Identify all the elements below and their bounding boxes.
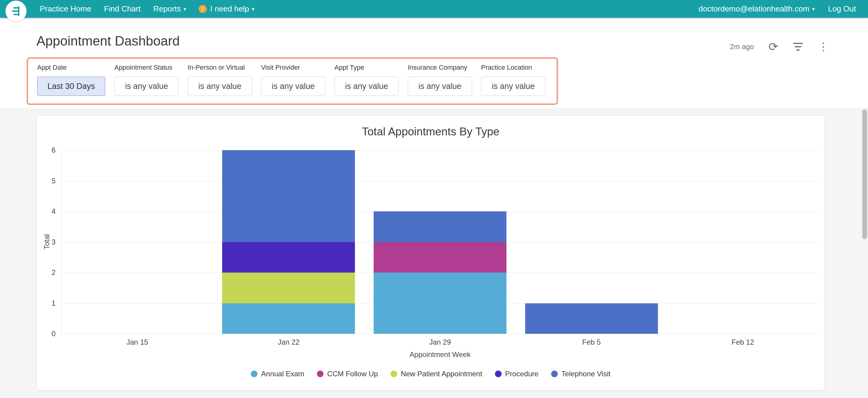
filter-label: Practice Location (481, 64, 532, 71)
chevron-down-icon: ▾ (252, 6, 254, 12)
y-tick-label: 5 (40, 177, 56, 185)
filter-label: Visit Provider (261, 64, 300, 71)
logout-link[interactable]: Log Out (828, 4, 856, 13)
filter-bar-highlight: Appt Date Last 30 Days Appointment Statu… (27, 57, 558, 105)
bar-segment-telephone-visit[interactable] (525, 303, 658, 334)
gridline (62, 334, 818, 334)
bar-segment-telephone-visit[interactable] (374, 211, 506, 242)
chevron-down-icon: ▾ (184, 6, 186, 12)
refresh-icon[interactable]: ⟳ (768, 41, 778, 53)
legend-dot (391, 371, 397, 377)
bar-segment-telephone-visit[interactable] (222, 150, 355, 242)
legend-item-annual-exam[interactable]: Annual Exam (251, 370, 304, 378)
legend-item-new-patient-appointment[interactable]: New Patient Appointment (391, 370, 482, 378)
filter-group-appt-type: Appt Type is any value (334, 64, 399, 103)
bar-segment-ccm-follow-up[interactable] (374, 242, 506, 273)
filter-label: Appointment Status (114, 64, 172, 71)
vertical-scrollbar[interactable] (861, 108, 868, 398)
y-tick-label: 1 (40, 299, 56, 307)
legend-label: Annual Exam (261, 370, 304, 378)
elation-logo[interactable] (5, 1, 27, 22)
filter-value-in-person-or-virtual[interactable]: is any value (188, 76, 252, 96)
gridline (62, 150, 818, 151)
filter-value-appt-type[interactable]: is any value (334, 76, 399, 96)
filter-label: Appt Date (37, 64, 67, 71)
nav-find-chart[interactable]: Find Chart (104, 4, 141, 13)
nav-reports[interactable]: Reports ▾ (153, 4, 186, 13)
dashboard-body: Total Appointments By Type Total 0123456… (0, 108, 868, 398)
legend-label: New Patient Appointment (401, 370, 482, 378)
top-navbar: Practice Home Find Chart Reports ▾ ! I n… (0, 0, 868, 18)
nav-practice-home[interactable]: Practice Home (40, 4, 91, 13)
nav-help-menu[interactable]: ! I need help ▾ (198, 4, 254, 13)
filter-label: Appt Type (334, 64, 364, 71)
bar-segment-procedure[interactable] (222, 242, 355, 273)
legend-label: CCM Follow Up (327, 370, 378, 378)
legend-dot (495, 371, 502, 377)
chevron-down-icon: ▾ (812, 6, 815, 12)
filter-icon[interactable] (793, 43, 803, 51)
filter-value-appt-date[interactable]: Last 30 Days (37, 76, 105, 96)
account-menu[interactable]: doctordemo@elationhealth.com ▾ (699, 4, 814, 13)
legend-item-procedure[interactable]: Procedure (495, 370, 539, 378)
bar-segment-annual-exam[interactable] (222, 303, 355, 334)
filter-group-practice-location: Practice Location is any value (481, 64, 546, 103)
nav-help-label: I need help (210, 4, 249, 13)
chart-card: Total Appointments By Type Total 0123456… (36, 115, 825, 391)
primary-nav: Practice Home Find Chart Reports ▾ ! I n… (40, 4, 254, 13)
legend-label: Procedure (505, 370, 539, 378)
x-tick-label: Feb 5 (561, 338, 622, 346)
page-title: Appointment Dashboard (36, 33, 180, 48)
warning-icon: ! (198, 5, 207, 13)
filter-value-appointment-status[interactable]: is any value (114, 76, 179, 96)
filter-value-visit-provider[interactable]: is any value (261, 76, 326, 96)
filter-value-insurance-company[interactable]: is any value (408, 76, 472, 96)
legend-dot (317, 371, 323, 377)
more-options-icon[interactable]: ⋮ (818, 41, 829, 52)
x-tick-label: Jan 29 (410, 338, 470, 346)
filter-group-insurance-company: Insurance Company is any value (408, 64, 472, 103)
y-axis-line (62, 150, 62, 334)
filter-label: In-Person or Virtual (188, 64, 245, 71)
dashboard-actions: 2m ago ⟳ ⋮ (730, 40, 829, 53)
nav-reports-label: Reports (153, 4, 181, 13)
bar-segment-annual-exam[interactable] (374, 272, 506, 334)
filter-group-visit-provider: Visit Provider is any value (261, 64, 326, 103)
bar-segment-new-patient-appointment[interactable] (222, 272, 355, 303)
y-tick-label: 4 (40, 207, 56, 215)
elation-logo-glyph (10, 5, 22, 17)
account-email: doctordemo@elationhealth.com (699, 4, 809, 13)
x-tick-label: Feb 12 (713, 338, 773, 346)
dashboard-header: Appointment Dashboard 2m ago ⟳ ⋮ Appt Da… (0, 18, 868, 108)
filter-group-in-person-or-virtual: In-Person or Virtual is any value (188, 64, 252, 103)
legend-item-telephone-visit[interactable]: Telephone Visit (551, 370, 610, 378)
y-tick-label: 6 (40, 146, 56, 154)
filter-label: Insurance Company (408, 64, 467, 71)
y-tick-label: 0 (40, 330, 56, 338)
legend-dot (251, 371, 257, 377)
y-tick-label: 2 (40, 268, 56, 277)
plot-area: 0123456Jan 15Jan 22Jan 29Feb 5Feb 12 (62, 150, 818, 334)
legend-label: Telephone Visit (561, 370, 610, 378)
filter-group-appointment-status: Appointment Status is any value (114, 64, 179, 103)
legend-dot (551, 371, 558, 377)
filter-group-appt-date: Appt Date Last 30 Days (37, 64, 105, 103)
legend-item-ccm-follow-up[interactable]: CCM Follow Up (317, 370, 378, 378)
chart-legend: Annual ExamCCM Follow UpNew Patient Appo… (37, 370, 825, 378)
gridline (62, 181, 818, 181)
account-area: doctordemo@elationhealth.com ▾ Log Out (699, 4, 868, 13)
chart-title: Total Appointments By Type (37, 126, 825, 138)
x-axis-label: Appointment Week (62, 351, 818, 359)
last-updated-text: 2m ago (730, 42, 754, 51)
scrollbar-thumb[interactable] (862, 109, 867, 239)
x-tick-label: Jan 22 (258, 338, 319, 346)
y-tick-label: 3 (40, 238, 56, 246)
filter-value-practice-location[interactable]: is any value (481, 76, 546, 96)
x-tick-label: Jan 15 (107, 338, 167, 346)
